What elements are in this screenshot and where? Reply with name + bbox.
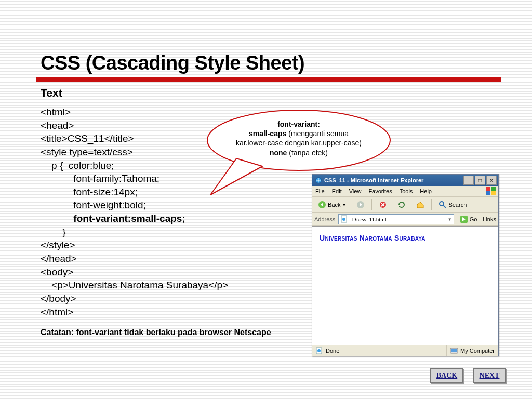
- back-icon: [318, 201, 326, 209]
- stop-button[interactable]: [375, 198, 391, 211]
- bubble-line4-rest: (tanpa efek): [287, 149, 328, 157]
- home-button[interactable]: [413, 198, 428, 211]
- zone-icon: [450, 347, 458, 355]
- svg-point-11: [342, 218, 345, 221]
- menu-help[interactable]: Help: [420, 188, 432, 194]
- windows-flag-icon: [486, 187, 496, 195]
- svg-rect-2: [486, 187, 490, 191]
- svg-point-9: [440, 202, 444, 206]
- address-box[interactable]: ▼: [338, 214, 454, 224]
- address-label: Address: [314, 216, 335, 222]
- search-label: Search: [448, 202, 467, 208]
- back-button[interactable]: Back ▼: [314, 198, 350, 211]
- forward-button[interactable]: [353, 198, 368, 211]
- page-title: CSS (Cascading Style Sheet): [41, 52, 501, 74]
- speech-bubble: font-variant: small-caps (mengganti semu…: [205, 109, 392, 177]
- svg-rect-3: [491, 187, 496, 191]
- address-input[interactable]: [351, 216, 445, 223]
- menu-fav[interactable]: Favorites: [368, 188, 392, 194]
- minimize-button[interactable]: _: [463, 176, 474, 185]
- ie-titlebar: CSS_11 - Microsoft Internet Explorer _ □…: [312, 175, 498, 186]
- ie-title-text: CSS_11 - Microsoft Internet Explorer: [324, 177, 462, 183]
- separator: [371, 199, 372, 210]
- bubble-line4-bold: none: [270, 149, 287, 157]
- bubble-line3: kar.lower-case dengan kar.upper-case): [236, 139, 362, 147]
- title-rule: [36, 77, 501, 82]
- ie-window: CSS_11 - Microsoft Internet Explorer _ □…: [312, 174, 499, 356]
- maximize-button[interactable]: □: [475, 176, 485, 185]
- go-button[interactable]: Go: [457, 212, 480, 226]
- ie-statusbar: Done My Computer: [312, 345, 498, 356]
- file-icon: [340, 215, 349, 223]
- chevron-down-icon: ▼: [342, 203, 346, 207]
- forward-icon: [356, 201, 365, 209]
- back-label: Back: [328, 202, 340, 208]
- stop-icon: [379, 201, 387, 209]
- separator: [431, 199, 432, 210]
- bubble-line2-bold: small-caps: [249, 129, 286, 138]
- bubble-line2-rest: (mengganti semua: [286, 129, 349, 138]
- ie-logo-icon: [315, 177, 322, 184]
- search-icon: [438, 201, 447, 209]
- svg-rect-5: [491, 191, 496, 195]
- menu-file[interactable]: File: [315, 188, 325, 194]
- ie-toolbar: Back ▼ Search: [312, 197, 498, 213]
- back-nav-button[interactable]: BACK: [430, 368, 463, 383]
- menu-view[interactable]: View: [349, 188, 362, 194]
- svg-point-14: [317, 349, 321, 352]
- search-button[interactable]: Search: [435, 198, 470, 211]
- go-icon: [460, 215, 468, 223]
- links-label[interactable]: Links: [483, 216, 496, 222]
- go-label: Go: [470, 216, 477, 222]
- section-subhead: Text: [41, 87, 501, 99]
- next-nav-button[interactable]: NEXT: [473, 368, 506, 383]
- status-done: Done: [326, 348, 339, 354]
- svg-rect-4: [486, 191, 490, 195]
- home-icon: [416, 201, 424, 209]
- ie-address-bar: Address ▼ Go Links: [312, 213, 498, 226]
- chevron-down-icon[interactable]: ▼: [448, 217, 452, 222]
- status-zone: My Computer: [460, 348, 495, 354]
- menu-tools[interactable]: Tools: [400, 188, 413, 194]
- svg-rect-16: [451, 349, 457, 352]
- ie-page: Universitas Narotama Surabaya: [312, 226, 498, 345]
- bubble-line1: font-variant:: [277, 120, 320, 128]
- refresh-icon: [397, 201, 406, 209]
- done-icon: [315, 347, 324, 355]
- close-button[interactable]: ×: [486, 176, 497, 185]
- page-paragraph: Universitas Narotama Surabaya: [320, 234, 491, 242]
- menu-edit[interactable]: Edit: [332, 188, 342, 194]
- ie-menubar: File Edit View Favorites Tools Help: [312, 186, 498, 197]
- refresh-button[interactable]: [394, 198, 409, 211]
